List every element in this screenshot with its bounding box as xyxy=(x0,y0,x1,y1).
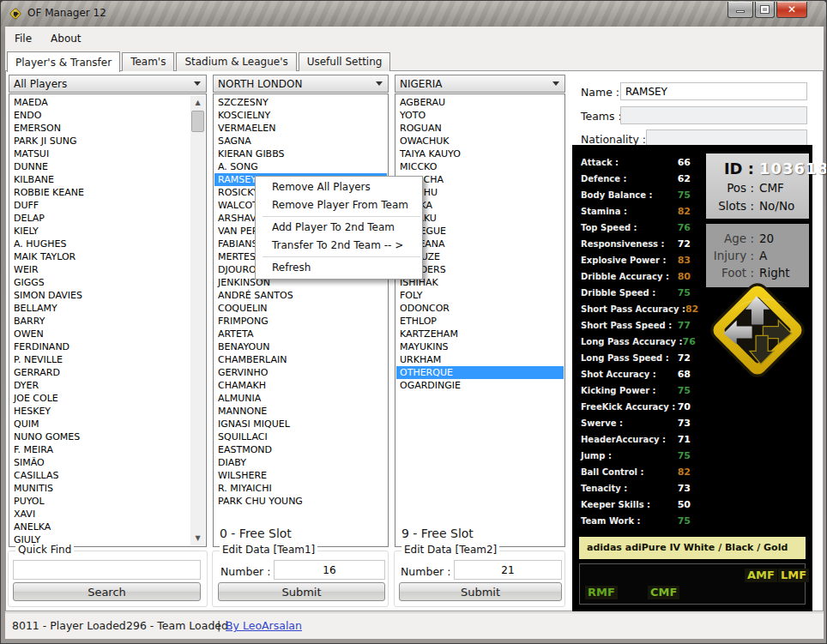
scroll-up-icon[interactable]: ▲ xyxy=(190,95,205,110)
context-menu-item[interactable]: Transfer To 2nd Team -- > xyxy=(256,237,422,255)
team2-combo[interactable]: NIGERIA xyxy=(395,75,565,93)
maximize-button[interactable] xyxy=(755,2,775,18)
list-item[interactable]: CHAMAKH xyxy=(214,379,387,392)
list-item[interactable]: EASTMOND xyxy=(214,443,387,456)
search-input[interactable] xyxy=(13,560,201,580)
list-item[interactable]: KIERAN GIBBS xyxy=(214,147,387,160)
context-menu-item[interactable]: Refresh xyxy=(256,259,422,277)
list-item[interactable]: WILSHERE xyxy=(214,469,387,482)
list-item[interactable]: GERRARD xyxy=(10,366,190,379)
close-button[interactable]: ✕ xyxy=(776,2,807,18)
list-item[interactable]: ANELKA xyxy=(10,521,190,533)
list-item[interactable]: AGBERAU xyxy=(396,96,564,109)
list-item[interactable]: ENDO xyxy=(10,109,190,122)
list-item[interactable]: P. NEVILLE xyxy=(10,353,190,366)
list-item[interactable]: BELLAMY xyxy=(10,302,190,315)
list-item[interactable]: CHAMBERLAIN xyxy=(214,353,387,366)
list-item[interactable]: SAGNA xyxy=(214,135,387,147)
list-item[interactable]: MUNITIS xyxy=(10,482,190,495)
list-item[interactable]: ROBBIE KEANE xyxy=(10,186,190,199)
list-item[interactable]: FRIMPONG xyxy=(214,315,387,328)
minimize-button[interactable] xyxy=(727,2,753,18)
scrollbar-thumb[interactable] xyxy=(191,111,204,132)
list-item[interactable]: MAEDA xyxy=(10,96,190,109)
tab[interactable]: Team's xyxy=(122,52,174,71)
list-item[interactable]: MANNONE xyxy=(214,405,387,418)
list-item[interactable]: ROGUAN xyxy=(396,122,564,135)
list-item[interactable]: ARTETA xyxy=(214,328,387,340)
search-button[interactable]: Search xyxy=(13,582,201,601)
list-item[interactable]: FOLY xyxy=(396,289,564,302)
list-item[interactable]: R. MIYAICHI xyxy=(214,482,387,495)
list-item[interactable]: FERDINAND xyxy=(10,340,190,353)
list-item[interactable]: DIABY xyxy=(214,456,387,469)
list-item[interactable]: GERVINHO xyxy=(214,366,387,379)
list-item[interactable]: TAIYA KAUYO xyxy=(396,147,564,160)
scroll-down-icon[interactable]: ▼ xyxy=(190,531,205,545)
team2-submit-button[interactable]: Submit xyxy=(399,582,562,601)
list-item[interactable]: PARK CHU YOUNG xyxy=(214,495,387,508)
list-item[interactable]: WEIR xyxy=(10,263,190,276)
list-item[interactable]: KILBANE xyxy=(10,173,190,186)
list-item[interactable]: DELAP xyxy=(10,212,190,225)
list-item[interactable]: KARTZEHAM xyxy=(396,328,564,340)
credit-link[interactable]: By LeoArsalan xyxy=(226,619,302,632)
menubar-item[interactable]: About xyxy=(41,29,90,48)
list-item[interactable]: ANDRÉ SANTOS xyxy=(214,289,387,302)
context-menu-item[interactable]: Remove All Players xyxy=(256,178,422,196)
tab[interactable]: Usefull Setting xyxy=(299,52,391,71)
context-menu-item[interactable]: Add Player To 2nd Team xyxy=(256,219,422,237)
tab[interactable]: Stadium & League's xyxy=(176,52,296,71)
list-item[interactable]: KIELY xyxy=(10,225,190,238)
name-field[interactable]: RAMSEY xyxy=(620,82,807,100)
list-item[interactable]: VERMAELEN xyxy=(214,122,387,135)
all-players-combo[interactable]: All Players xyxy=(9,75,207,93)
team1-submit-button[interactable]: Submit xyxy=(218,582,385,601)
list-item[interactable]: JOE COLE xyxy=(10,392,190,405)
context-menu-item[interactable]: Remove Player From Team xyxy=(256,196,422,214)
list-item[interactable]: SIMÃO xyxy=(10,456,190,469)
list-item[interactable]: GIGGS xyxy=(10,276,190,289)
list-item[interactable]: OGARDINGIE xyxy=(396,379,564,392)
list-item[interactable]: PARK JI SUNG xyxy=(10,135,190,147)
list-item[interactable]: ODONCOR xyxy=(396,302,564,315)
list-item[interactable]: OWEN xyxy=(10,328,190,340)
list-item[interactable]: ALMUNIA xyxy=(214,392,387,405)
list-item[interactable]: A. SONG xyxy=(214,160,387,173)
list-item[interactable]: SIMON DAVIES xyxy=(10,289,190,302)
teams-field[interactable] xyxy=(620,106,807,124)
list-item[interactable]: QUIM xyxy=(10,418,190,430)
list-item[interactable]: OTHERQUE xyxy=(396,366,564,379)
team1-combo[interactable]: NORTH LONDON xyxy=(213,75,389,93)
list-item[interactable]: MAYUKINS xyxy=(396,340,564,353)
list-item[interactable]: DYER xyxy=(10,379,190,392)
list-item[interactable]: XAVI xyxy=(10,508,190,521)
menubar-item[interactable]: File xyxy=(5,29,41,48)
list-item[interactable]: NUNO GOMES xyxy=(10,430,190,443)
list-item[interactable]: CASILLAS xyxy=(10,469,190,482)
list-item[interactable]: BENAYOUN xyxy=(214,340,387,353)
list-item[interactable]: MICCKO xyxy=(396,160,564,173)
list-item[interactable]: DUNNE xyxy=(10,160,190,173)
list-item[interactable]: A. HUGHES xyxy=(10,238,190,250)
list-item[interactable]: DUFF xyxy=(10,199,190,212)
list-item[interactable]: HESKEY xyxy=(10,405,190,418)
list-item[interactable]: MATSUI xyxy=(10,147,190,160)
list-item[interactable]: YOTO xyxy=(396,109,564,122)
list-item[interactable]: ETHLOP xyxy=(396,315,564,328)
list-item[interactable]: SZCZESNY xyxy=(214,96,387,109)
team2-number-input[interactable] xyxy=(454,560,562,580)
list-item[interactable]: COQUELIN xyxy=(214,302,387,315)
list-item[interactable]: EMERSON xyxy=(10,122,190,135)
team1-number-input[interactable] xyxy=(274,560,385,580)
tab[interactable]: Player's & Transfer xyxy=(7,51,120,72)
list-item[interactable]: KOSCIELNY xyxy=(214,109,387,122)
list-item[interactable]: F. MEIRA xyxy=(10,443,190,456)
list-item[interactable]: URKHAM xyxy=(396,353,564,366)
list-item[interactable]: MAIK TAYLOR xyxy=(10,250,190,263)
list-item[interactable]: BARRY xyxy=(10,315,190,328)
list-item[interactable]: OWACHUK xyxy=(396,135,564,147)
list-item[interactable]: PUYOL xyxy=(10,495,190,508)
title-bar[interactable]: OF Manager 12 ✕ xyxy=(1,1,826,27)
scrollbar[interactable]: ▲ ▼ xyxy=(190,95,205,545)
